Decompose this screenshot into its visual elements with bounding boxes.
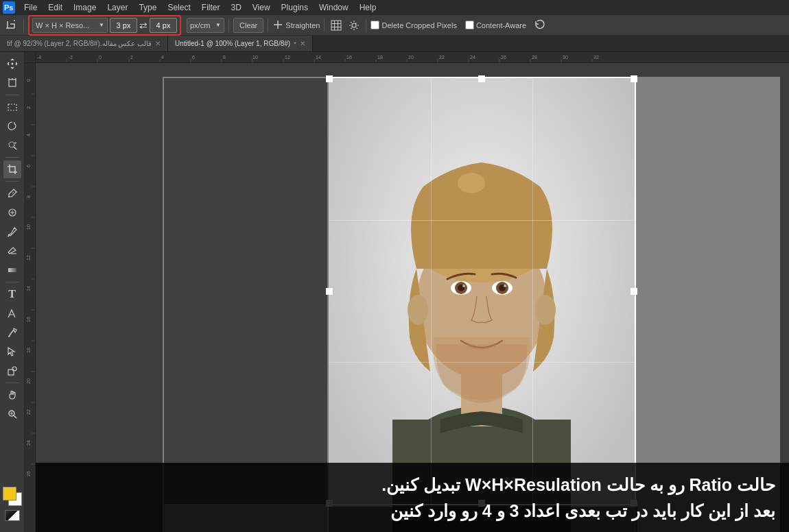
- dropdown-arrow-icon: ▼: [99, 22, 104, 28]
- svg-point-103: [458, 173, 485, 193]
- color-swatches[interactable]: [3, 487, 22, 506]
- svg-text:18: 18: [26, 348, 31, 353]
- main-area: T: [0, 52, 789, 532]
- svg-text:22: 22: [439, 55, 445, 60]
- bottom-text-line2: بعد از این کار باید در تب بعدی اعداد 3 و…: [49, 498, 775, 524]
- tool-spot-heal[interactable]: [3, 204, 21, 221]
- tab-0-close[interactable]: ✕: [155, 40, 161, 47]
- svg-text:20: 20: [408, 55, 414, 60]
- menu-view[interactable]: View: [248, 1, 275, 14]
- svg-rect-17: [8, 104, 16, 110]
- tool-pen[interactable]: [3, 324, 21, 341]
- tool-quick-select[interactable]: [3, 136, 21, 154]
- tool-marquee[interactable]: [3, 98, 21, 116]
- color-boxes-area: [3, 487, 22, 529]
- content-aware-checkbox[interactable]: [465, 21, 474, 29]
- canvas-content[interactable]: حالت Ratio رو به حالت W×H×Resulation تبد…: [36, 63, 789, 532]
- tools-panel: T: [0, 52, 25, 532]
- svg-point-18: [9, 142, 14, 147]
- crop-height-input[interactable]: [150, 18, 177, 33]
- svg-text:30: 30: [563, 55, 568, 60]
- unit-label: px/cm: [190, 21, 210, 29]
- tool-lasso[interactable]: [3, 117, 21, 135]
- menu-type[interactable]: Type: [134, 1, 161, 14]
- straighten-button[interactable]: Straighten: [272, 19, 320, 32]
- ruler-top: -4 -2 0 2 4 6 8 10 12: [36, 52, 789, 63]
- svg-text:24: 24: [470, 55, 475, 60]
- svg-text:10: 10: [252, 55, 258, 60]
- text-tool-icon: T: [8, 288, 16, 300]
- svg-text:26: 26: [501, 55, 506, 60]
- svg-text:0: 0: [26, 79, 31, 82]
- svg-text:2: 2: [26, 106, 31, 109]
- default-colors-icon[interactable]: [5, 510, 20, 521]
- svg-rect-6: [331, 21, 341, 30]
- svg-text:4: 4: [161, 55, 164, 60]
- tool-brush[interactable]: [3, 223, 21, 241]
- menu-file[interactable]: File: [19, 1, 42, 14]
- crop-width-input[interactable]: [110, 18, 137, 33]
- svg-text:6: 6: [192, 55, 195, 60]
- tool-gradient[interactable]: [3, 261, 21, 279]
- swap-dimensions-icon[interactable]: ⇄: [139, 20, 148, 31]
- tool-zoom[interactable]: [3, 405, 21, 423]
- ruler-corner: [25, 52, 36, 63]
- crop-ratio-label: W × H × Reso...: [36, 21, 89, 29]
- tab-1-asterisk: *: [294, 40, 296, 47]
- tool-crop[interactable]: [3, 160, 21, 178]
- svg-text:26: 26: [26, 471, 31, 476]
- svg-text:16: 16: [26, 317, 31, 322]
- crop-options-group: W × H × Reso... ▼ ⇄: [28, 15, 181, 36]
- tool-sep-2: [5, 157, 19, 158]
- crop-ratio-dropdown[interactable]: W × H × Reso... ▼: [32, 18, 108, 33]
- tool-shape[interactable]: [3, 362, 21, 380]
- svg-text:Ps: Ps: [4, 3, 13, 12]
- tool-text[interactable]: T: [3, 285, 21, 303]
- tool-move[interactable]: [3, 55, 21, 73]
- svg-text:18: 18: [377, 55, 383, 60]
- menu-image[interactable]: Image: [69, 1, 101, 14]
- tab-0[interactable]: قالب عکس مقاله.tif @ 92/3% (Layer 2, RGB…: [0, 36, 168, 51]
- tool-direct-select[interactable]: [3, 343, 21, 361]
- tool-sep-4: [5, 282, 19, 282]
- svg-text:14: 14: [26, 286, 31, 291]
- svg-text:8: 8: [26, 195, 31, 198]
- menu-help[interactable]: Help: [355, 1, 381, 14]
- tool-eyedropper[interactable]: [3, 184, 21, 202]
- tool-artboard[interactable]: [3, 74, 21, 92]
- tool-path-select[interactable]: [3, 304, 21, 322]
- canvas-area[interactable]: -4 -2 0 2 4 6 8 10 12: [25, 52, 789, 532]
- menu-layer[interactable]: Layer: [102, 1, 132, 14]
- svg-text:12: 12: [26, 255, 31, 261]
- menu-edit[interactable]: Edit: [43, 1, 67, 14]
- menu-select[interactable]: Select: [163, 1, 195, 14]
- tab-1-close[interactable]: ✕: [300, 40, 305, 47]
- menu-filter[interactable]: Filter: [197, 1, 225, 14]
- straighten-icon: [272, 19, 283, 32]
- tab-1[interactable]: Untitled-1 @ 100% (Layer 1, RGB/8#) * ✕: [168, 36, 313, 51]
- content-aware-label[interactable]: Content-Aware: [465, 21, 526, 29]
- toolbar-separator-5: [366, 19, 366, 32]
- menu-window[interactable]: Window: [314, 1, 353, 14]
- svg-point-12: [11, 63, 13, 65]
- bottom-overlay: حالت Ratio رو به حالت W×H×Resulation تبد…: [36, 463, 789, 532]
- menu-3d[interactable]: 3D: [226, 1, 246, 14]
- menu-plugins[interactable]: Plugins: [276, 1, 313, 14]
- revert-button[interactable]: [534, 19, 545, 32]
- delete-cropped-label[interactable]: Delete Cropped Pixels: [370, 21, 456, 29]
- unit-dropdown[interactable]: px/cm ▼: [187, 18, 224, 33]
- delete-cropped-checkbox[interactable]: [370, 21, 379, 29]
- unit-dropdown-arrow: ▼: [215, 22, 221, 28]
- tool-eraser[interactable]: [3, 242, 21, 260]
- tool-hand[interactable]: [3, 386, 21, 404]
- svg-rect-25: [8, 268, 16, 272]
- svg-text:-2: -2: [69, 55, 73, 60]
- clear-button[interactable]: Clear: [233, 18, 263, 33]
- grid-overlay-button[interactable]: [329, 18, 344, 33]
- svg-text:24: 24: [26, 440, 31, 446]
- crop-settings-button[interactable]: [346, 18, 362, 33]
- foreground-color[interactable]: [3, 487, 16, 500]
- straighten-label: Straighten: [285, 21, 320, 29]
- svg-rect-13: [9, 80, 16, 86]
- svg-text:28: 28: [532, 55, 537, 60]
